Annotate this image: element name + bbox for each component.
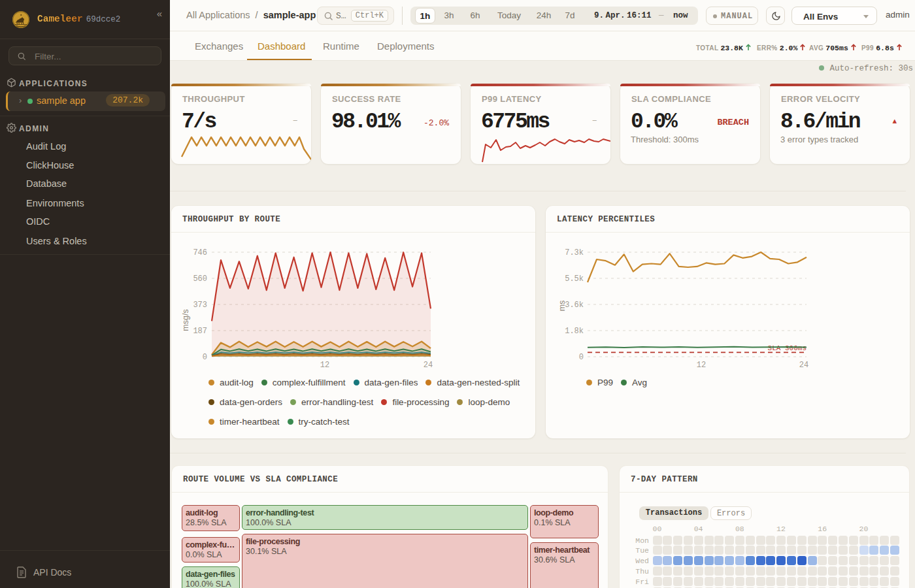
svg-text:5.5k: 5.5k (565, 274, 584, 284)
svg-text:24: 24 (799, 361, 808, 370)
svg-text:1.8k: 1.8k (565, 327, 584, 336)
svg-text:24: 24 (424, 361, 433, 370)
svg-text:746: 746 (193, 248, 207, 257)
svg-text:12: 12 (697, 361, 706, 370)
svg-text:SLA 300ms: SLA 300ms (768, 344, 807, 352)
svg-text:msg/s: msg/s (181, 309, 190, 331)
svg-text:0: 0 (579, 353, 584, 362)
svg-text:7.3k: 7.3k (565, 248, 584, 257)
svg-text:187: 187 (193, 327, 207, 336)
svg-text:373: 373 (193, 301, 207, 310)
svg-text:0: 0 (203, 353, 207, 362)
svg-text:560: 560 (193, 274, 207, 284)
svg-text:3.6k: 3.6k (565, 301, 584, 310)
svg-text:12: 12 (320, 361, 329, 370)
svg-text:ms: ms (557, 301, 567, 312)
